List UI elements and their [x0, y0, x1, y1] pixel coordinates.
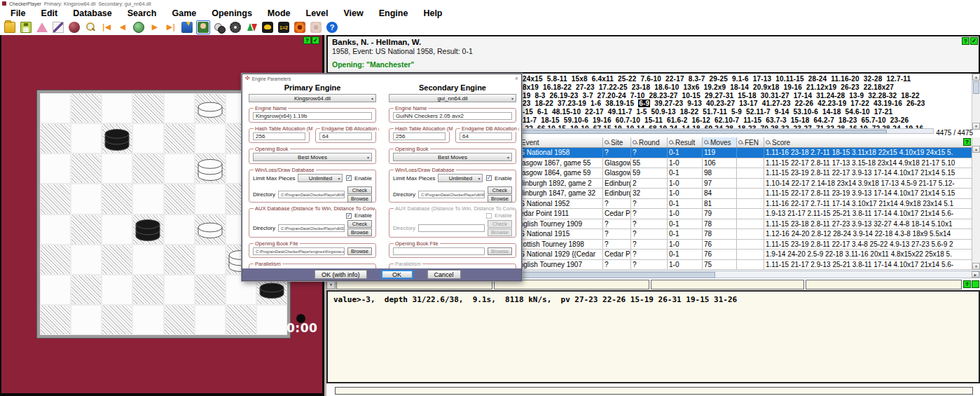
- moves-vertical-scrollbar[interactable]: ▲ ▼: [972, 74, 980, 130]
- board-square[interactable]: [226, 305, 256, 335]
- scroll-down-arrow[interactable]: ▼: [972, 263, 980, 270]
- board-square[interactable]: [71, 153, 102, 184]
- column-header-result[interactable]: Result: [668, 137, 703, 147]
- primary-limit-select[interactable]: Unlimited▾: [298, 174, 343, 182]
- board-square[interactable]: [102, 153, 132, 184]
- menu-edit[interactable]: Edit: [34, 8, 66, 18]
- primary-hash-field[interactable]: 256: [253, 132, 305, 140]
- primary-wld-check-button[interactable]: Check: [347, 186, 372, 194]
- scroll-up-arrow[interactable]: ▲: [972, 74, 980, 81]
- secondary-opening-book-select[interactable]: Best Moves▾: [393, 153, 512, 161]
- bottom-input-bar[interactable]: [335, 387, 973, 395]
- prev-move-icon[interactable]: ◀: [116, 20, 130, 34]
- white-man-piece[interactable]: [197, 100, 223, 121]
- board-square[interactable]: [71, 93, 102, 123]
- column-header-fen[interactable]: FEN: [737, 137, 764, 147]
- two-engine-match-icon[interactable]: 1=2: [277, 20, 291, 34]
- board-square[interactable]: [195, 245, 226, 275]
- menu-view[interactable]: View: [336, 8, 371, 18]
- game-info-ok-button[interactable]: ✓: [970, 37, 978, 45]
- board-square[interactable]: [164, 275, 195, 305]
- primary-opening-book-select[interactable]: Best Moves▾: [253, 153, 372, 161]
- board-square[interactable]: [132, 184, 163, 214]
- board-help-button[interactable]: ?: [303, 36, 311, 44]
- board-square[interactable]: [164, 153, 195, 184]
- table-row[interactable]: Edinburgh 1892, game 2Edinburgh21-0971.1…: [513, 179, 980, 189]
- black-king-piece[interactable]: [104, 127, 130, 154]
- two-player-icon[interactable]: [212, 20, 226, 34]
- board-square[interactable]: [164, 305, 195, 335]
- board-square[interactable]: [132, 305, 163, 335]
- board-square[interactable]: [102, 184, 132, 214]
- table-row[interactable]: Edinburgh 1847, game 32Edinburgh321-0841…: [513, 189, 980, 199]
- primary-wld-enable-checkbox[interactable]: ✓: [346, 175, 352, 181]
- board-square[interactable]: [195, 184, 226, 214]
- board-square[interactable]: [71, 214, 102, 245]
- board-square[interactable]: [102, 245, 132, 275]
- primary-engine-dll-select[interactable]: Kingsrow64.dll▾: [249, 94, 376, 102]
- primary-aux-check-button[interactable]: Check: [347, 220, 372, 228]
- secondary-limit-select[interactable]: Unlimited▾: [438, 174, 483, 182]
- secondary-hash-field[interactable]: 256: [393, 132, 446, 140]
- menu-level[interactable]: Level: [298, 8, 336, 18]
- first-move-icon[interactable]: |◀: [99, 20, 113, 34]
- board-square[interactable]: [40, 184, 71, 214]
- search-icon[interactable]: [83, 20, 97, 34]
- white-man-piece[interactable]: [197, 221, 223, 242]
- cancel-button[interactable]: Cancel: [427, 270, 461, 279]
- board-square[interactable]: [132, 93, 163, 123]
- column-header-event[interactable]: Event: [513, 137, 603, 147]
- ok-with-info-button[interactable]: OK (with info): [315, 270, 367, 279]
- help-icon[interactable]: ?: [325, 20, 339, 34]
- board-square[interactable]: [71, 245, 102, 275]
- setup-rack-icon[interactable]: [35, 20, 49, 34]
- analyze-icon[interactable]: [293, 20, 307, 34]
- secondary-engine-dll-select[interactable]: gui_nn64.dll▾: [389, 94, 516, 102]
- play-move-icon[interactable]: [132, 20, 146, 34]
- menu-database[interactable]: Database: [65, 8, 120, 18]
- table-row[interactable]: Scottish Tourney 1898??1-0761.11-15 23-1…: [513, 240, 980, 250]
- menu-file[interactable]: File: [3, 8, 34, 18]
- primary-aux-directory-field[interactable]: C:\ProgramData\CheckerPlayer\db\DTW: [278, 224, 345, 232]
- board-square[interactable]: [71, 123, 102, 153]
- board-square[interactable]: [164, 245, 195, 275]
- board-square[interactable]: [40, 214, 71, 245]
- primary-egdb-field[interactable]: 64: [319, 132, 372, 140]
- board-square[interactable]: [71, 184, 102, 214]
- status-help-button[interactable]: ?: [963, 280, 971, 288]
- black-king-piece[interactable]: [134, 217, 161, 245]
- menu-openings[interactable]: Openings: [204, 8, 260, 18]
- last-move-icon[interactable]: ▶|: [164, 20, 178, 34]
- scroll-up-arrow[interactable]: ▲: [972, 146, 980, 153]
- table-help-button[interactable]: ?: [963, 138, 971, 146]
- secondary-egdb-field[interactable]: 64: [460, 132, 512, 140]
- board-square[interactable]: [40, 305, 71, 335]
- opening-book-icon[interactable]: [180, 20, 194, 34]
- secondary-wld-directory-field[interactable]: C:\ProgramData\CheckerPlayer\db\WLD: [418, 191, 485, 198]
- table-row[interactable]: US National 1958??0-11191.11-16 23-18 2.…: [513, 148, 980, 158]
- analyze-disabled-icon[interactable]: [309, 20, 323, 34]
- table-vertical-scrollbar[interactable]: ▲ ▼: [972, 137, 980, 270]
- board-square[interactable]: [195, 275, 226, 305]
- column-header-round[interactable]: Round: [631, 137, 668, 147]
- board-square[interactable]: [132, 245, 163, 275]
- board-square[interactable]: [256, 305, 287, 335]
- board-square[interactable]: [102, 305, 132, 335]
- column-header-score[interactable]: Score: [764, 137, 972, 147]
- white-king-piece[interactable]: [197, 157, 223, 184]
- secondary-wld-check-button[interactable]: Check: [488, 186, 512, 194]
- board-square[interactable]: [132, 123, 163, 153]
- secondary-wld-enable-checkbox[interactable]: ✓: [486, 175, 492, 181]
- next-move-icon[interactable]: ▶: [148, 20, 162, 34]
- board-square[interactable]: [40, 245, 71, 275]
- edit-pen-icon[interactable]: [51, 20, 65, 34]
- board-square[interactable]: [164, 123, 195, 153]
- menu-game[interactable]: Game: [164, 8, 204, 18]
- open-folder-icon[interactable]: [3, 20, 17, 34]
- board-square[interactable]: [132, 153, 163, 184]
- menu-search[interactable]: Search: [120, 8, 165, 18]
- primary-obf-field[interactable]: C:\ProgramData\CheckerPlayer\engines\Kin…: [253, 247, 345, 255]
- table-row[interactable]: Glasgow 1864, game 59Glasgow590-1981.11-…: [513, 168, 980, 179]
- menu-help[interactable]: Help: [415, 8, 450, 18]
- primary-wld-browse-button[interactable]: Browse: [347, 195, 372, 203]
